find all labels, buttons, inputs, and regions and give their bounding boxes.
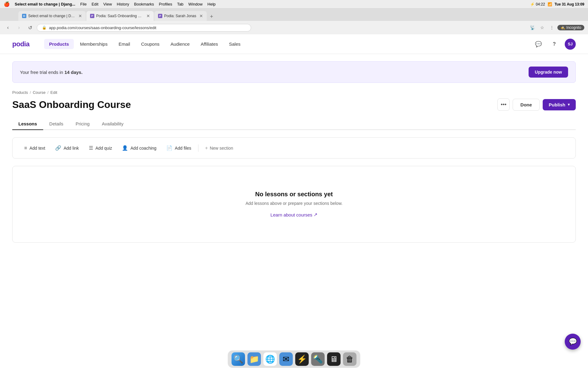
menu-window[interactable]: Window — [188, 2, 202, 6]
add-link-label: Add link — [64, 146, 79, 151]
dock-terminal[interactable]: 🖥 — [327, 352, 341, 366]
add-files-button[interactable]: 📄 Add files — [162, 143, 196, 153]
tab-1-close[interactable]: ✕ — [78, 13, 82, 18]
main-content: Products / Course / Edit SaaS Onboarding… — [0, 90, 588, 255]
header-actions: ••• Done Publish ▾ — [497, 98, 576, 111]
tab-details[interactable]: Details — [43, 118, 70, 130]
nav-sales[interactable]: Sales — [224, 39, 246, 49]
tab-2-close[interactable]: ✕ — [146, 13, 150, 18]
breadcrumb-sep-2: / — [47, 90, 49, 95]
incognito-badge: 🕵 Incognito — [557, 25, 584, 30]
chat-nav-button[interactable]: 💬 — [533, 39, 544, 50]
more-button[interactable]: ••• — [497, 98, 510, 111]
nav-coupons[interactable]: Coupons — [136, 39, 164, 49]
page-header: SaaS Onboarding Course ••• Done Publish … — [12, 98, 576, 111]
bookmark-button[interactable]: ☆ — [538, 23, 546, 32]
app-logo[interactable]: podia — [12, 40, 29, 48]
empty-state-card: No lessons or sections yet Add lessons a… — [12, 166, 576, 243]
course-tabs: Lessons Details Pricing Availability — [12, 118, 576, 130]
lock-icon: 🔒 — [42, 25, 47, 30]
nav-affiliates[interactable]: Affiliates — [196, 39, 223, 49]
empty-state-title: No lessons or sections yet — [25, 191, 563, 198]
dock-thunderbolt[interactable]: ⚡ — [295, 352, 309, 366]
forward-button[interactable]: › — [15, 23, 23, 32]
dock-chrome[interactable]: 🌐 — [263, 352, 277, 366]
add-link-button[interactable]: 🔗 Add link — [51, 143, 83, 153]
browser-tab-1[interactable]: D Select email to change | Djang... ✕ — [18, 11, 86, 21]
empty-state-subtitle: Add lessons above or prepare your sectio… — [25, 201, 563, 206]
menu-bookmarks[interactable]: Bookmarks — [134, 2, 154, 6]
settings-button[interactable]: ⋮ — [548, 23, 556, 32]
apple-menu[interactable]: 🍎 — [4, 1, 10, 7]
learn-courses-link[interactable]: Learn about courses ↗ — [270, 212, 318, 217]
tab-3-favicon: P — [158, 14, 162, 18]
nav-links: Products Memberships Email Coupons Audie… — [44, 39, 533, 49]
menu-history[interactable]: History — [117, 2, 129, 6]
tab-3-close[interactable]: ✕ — [199, 13, 203, 18]
breadcrumb-current: Edit — [50, 90, 57, 95]
nav-audience[interactable]: Audience — [166, 39, 195, 49]
cast-button[interactable]: 📡 — [528, 23, 537, 32]
menu-profiles[interactable]: Profiles — [159, 2, 172, 6]
menu-view[interactable]: View — [103, 2, 112, 6]
add-coaching-button[interactable]: 👤 Add coaching — [118, 143, 161, 153]
dock-files[interactable]: 📁 — [247, 352, 261, 366]
tab-2-favicon: P — [90, 14, 94, 18]
help-nav-button[interactable]: ? — [549, 39, 560, 50]
trial-days: 14 days. — [64, 70, 82, 75]
tab-availability[interactable]: Availability — [96, 118, 130, 130]
menu-chrome[interactable]: Select email to change | Djang... — [15, 2, 75, 6]
publish-button[interactable]: Publish ▾ — [543, 99, 576, 110]
menubar-right: ⚡ 04:22 📶 Tue 31 Aug 13:09 — [530, 2, 584, 6]
address-bar[interactable]: 🔒 app.podia.com/courses/saas-onboarding-… — [37, 24, 251, 32]
add-quiz-button[interactable]: ☰ Add quiz — [85, 143, 116, 153]
breadcrumb-products[interactable]: Products — [12, 90, 28, 95]
dock-finder[interactable]: 🔍 — [232, 352, 245, 366]
tab-lessons[interactable]: Lessons — [12, 118, 43, 130]
nav-memberships[interactable]: Memberships — [75, 39, 112, 49]
browser-tab-2[interactable]: P Podia: SaaS Onboarding Cours... ✕ — [86, 11, 154, 21]
browser-toolbar-right: 📡 ☆ ⋮ 🕵 Incognito — [528, 23, 584, 32]
url-text: app.podia.com/courses/saas-onboarding-co… — [49, 25, 156, 30]
breadcrumb: Products / Course / Edit — [12, 90, 576, 95]
done-button[interactable]: Done — [513, 99, 540, 111]
add-coaching-label: Add coaching — [130, 146, 156, 151]
menu-edit[interactable]: Edit — [92, 2, 98, 6]
publish-chevron-icon: ▾ — [568, 102, 570, 107]
menu-file[interactable]: File — [80, 2, 87, 6]
add-link-icon: 🔗 — [55, 145, 61, 151]
nav-products[interactable]: Products — [44, 39, 74, 49]
add-text-button[interactable]: ≡ Add text — [20, 143, 50, 153]
trial-text: Your free trial ends in 14 days. — [20, 70, 83, 75]
chat-fab-icon: 💬 — [569, 338, 577, 346]
nav-email[interactable]: Email — [114, 39, 135, 49]
add-text-label: Add text — [29, 146, 45, 151]
user-avatar[interactable]: SJ — [565, 39, 576, 50]
dock-spotlight[interactable]: 🔦 — [311, 352, 325, 366]
chat-fab-button[interactable]: 💬 — [565, 334, 581, 350]
browser-tab-3[interactable]: P Podia: Sarah Jonas ✕ — [154, 11, 207, 21]
browser-tabs: D Select email to change | Djang... ✕ P … — [0, 9, 588, 21]
battery-icon: ⚡ 04:22 — [530, 2, 545, 6]
tab-2-title: Podia: SaaS Onboarding Cours... — [96, 14, 143, 18]
macos-menubar: 🍎 Select email to change | Djang... File… — [0, 0, 588, 9]
add-files-label: Add files — [175, 146, 191, 151]
dock-trash[interactable]: 🗑 — [343, 352, 356, 366]
menu-help[interactable]: Help — [207, 2, 216, 6]
refresh-button[interactable]: ↺ — [26, 23, 34, 32]
breadcrumb-course[interactable]: Course — [33, 90, 46, 95]
tab-3-title: Podia: Sarah Jonas — [164, 14, 196, 18]
new-tab-button[interactable]: + — [207, 12, 216, 21]
page-wrapper: podia Products Memberships Email Coupons… — [0, 34, 588, 368]
tab-pricing[interactable]: Pricing — [70, 118, 96, 130]
browser-chrome: D Select email to change | Djang... ✕ P … — [0, 9, 588, 34]
nav-right: 💬 ? SJ — [533, 39, 576, 50]
trial-prefix: Your free trial ends in — [20, 70, 64, 75]
upgrade-button[interactable]: Upgrade now — [529, 67, 568, 78]
dock-mail[interactable]: ✉ — [279, 352, 293, 366]
back-button[interactable]: ‹ — [4, 23, 12, 32]
new-section-button[interactable]: + New section — [201, 143, 238, 153]
incognito-icon: 🕵 — [560, 25, 565, 30]
menu-tab[interactable]: Tab — [177, 2, 183, 6]
new-section-label: New section — [210, 146, 233, 151]
